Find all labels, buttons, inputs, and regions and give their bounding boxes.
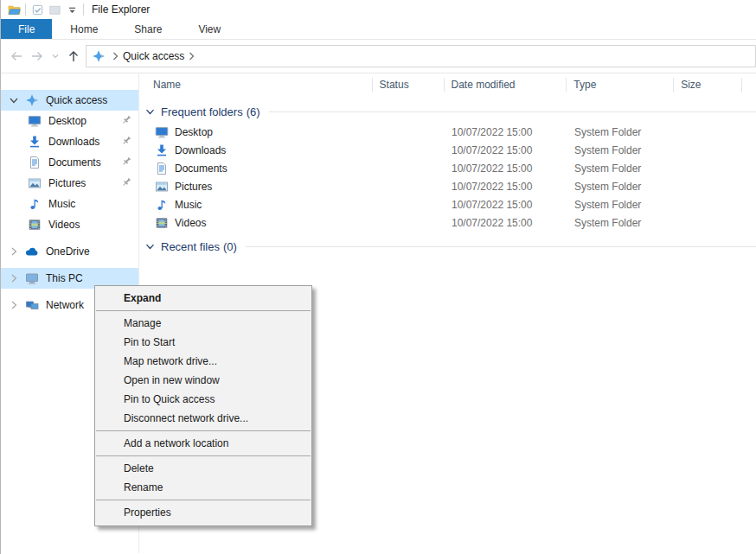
- qat-customize-icon[interactable]: [63, 2, 80, 17]
- pin-icon: [120, 114, 132, 126]
- chevron-down-icon[interactable]: [145, 107, 155, 117]
- menu-item-map-network-drive[interactable]: Map network drive...: [95, 352, 311, 371]
- sidebar-item-videos[interactable]: Videos: [1, 214, 138, 235]
- explorer-folder-icon[interactable]: [5, 2, 22, 17]
- chevron-right-icon[interactable]: [9, 300, 19, 310]
- file-row-videos[interactable]: Videos10/07/2022 15:00System Folder: [139, 213, 756, 232]
- chevron-down-icon[interactable]: [9, 95, 19, 105]
- sidebar-item-label: Desktop: [48, 115, 86, 127]
- column-header-status[interactable]: Status: [373, 78, 445, 92]
- up-icon[interactable]: [67, 49, 80, 63]
- file-row-desktop[interactable]: Desktop10/07/2022 15:00System Folder: [139, 123, 756, 141]
- address-bar[interactable]: Quick access: [86, 45, 756, 67]
- group-header-frequent-folders[interactable]: Frequent folders (6): [139, 105, 756, 118]
- menu-item-manage[interactable]: Manage: [95, 314, 311, 333]
- breadcrumb-quick-access[interactable]: Quick access: [123, 50, 184, 62]
- file-name: Music: [175, 199, 202, 211]
- menu-item-properties[interactable]: Properties: [95, 503, 311, 522]
- tab-share[interactable]: Share: [116, 19, 180, 39]
- menu-item-delete[interactable]: Delete: [95, 459, 311, 478]
- videos-icon: [28, 218, 42, 232]
- sidebar-item-label: Network: [46, 299, 84, 311]
- menu-item-pin-to-quick-access[interactable]: Pin to Quick access: [95, 390, 311, 409]
- file-name: Documents: [175, 162, 227, 175]
- pictures-icon: [155, 180, 169, 194]
- this-pc-icon: [25, 271, 39, 285]
- file-type: System Folder: [567, 181, 675, 193]
- music-icon: [28, 197, 42, 211]
- file-date-modified: 10/07/2022 15:00: [445, 162, 567, 175]
- file-type: System Folder: [567, 199, 675, 211]
- sidebar-item-downloads[interactable]: Downloads: [1, 131, 138, 152]
- sidebar-item-label: Downloads: [48, 136, 99, 148]
- pin-icon: [120, 156, 132, 168]
- menu-item-rename[interactable]: Rename: [95, 478, 311, 497]
- file-row-documents[interactable]: Documents10/07/2022 15:00System Folder: [139, 159, 756, 177]
- sidebar-item-documents[interactable]: Documents: [1, 152, 138, 173]
- tab-view[interactable]: View: [180, 19, 239, 39]
- back-icon[interactable]: [10, 49, 23, 63]
- downloads-icon: [28, 135, 42, 149]
- group-divider-line: [246, 246, 756, 247]
- onedrive-icon: [25, 245, 39, 258]
- column-header-date-modified[interactable]: Date modified: [445, 78, 567, 92]
- music-icon: [155, 198, 169, 212]
- sidebar-item-label: Quick access: [46, 94, 107, 106]
- quick-access-star-icon: [25, 93, 39, 107]
- downloads-icon: [155, 143, 169, 157]
- column-header-filler: [742, 78, 756, 92]
- file-date-modified: 10/07/2022 15:00: [445, 144, 567, 156]
- file-row-pictures[interactable]: Pictures10/07/2022 15:00System Folder: [139, 177, 756, 195]
- title-bar: File Explorer: [1, 0, 756, 19]
- group-header-recent-files[interactable]: Recent files (0): [139, 240, 756, 253]
- breadcrumb-chevron-icon[interactable]: [188, 51, 195, 61]
- group-title: Frequent folders: [161, 105, 243, 118]
- breadcrumb-chevron-icon[interactable]: [112, 51, 119, 61]
- sidebar-item-onedrive[interactable]: OneDrive: [1, 241, 138, 262]
- sidebar-item-desktop[interactable]: Desktop: [1, 111, 138, 131]
- column-header-type[interactable]: Type: [567, 78, 674, 92]
- desktop-icon: [155, 125, 169, 139]
- menu-item-expand[interactable]: Expand: [95, 289, 311, 308]
- forward-icon[interactable]: [30, 49, 44, 63]
- column-header-size[interactable]: Size: [674, 78, 742, 92]
- file-name: Desktop: [175, 126, 213, 138]
- menu-item-add-a-network-location[interactable]: Add a network location: [95, 434, 311, 453]
- desktop-icon: [28, 114, 42, 128]
- file-type: System Folder: [567, 162, 675, 175]
- sidebar-item-pictures[interactable]: Pictures: [1, 173, 138, 194]
- file-date-modified: 10/07/2022 15:00: [445, 199, 567, 211]
- menu-item-pin-to-start[interactable]: Pin to Start: [95, 333, 311, 352]
- menu-separator: [96, 500, 311, 500]
- sidebar-item-label: Videos: [48, 219, 80, 231]
- videos-icon: [155, 216, 169, 230]
- new-folder-icon[interactable]: [46, 2, 63, 17]
- chevron-down-icon[interactable]: [145, 242, 155, 252]
- pin-icon: [120, 135, 132, 147]
- chevron-right-icon[interactable]: [9, 246, 19, 257]
- sidebar-item-quick-access[interactable]: Quick access: [1, 90, 138, 111]
- file-name: Videos: [175, 217, 206, 229]
- tab-home[interactable]: Home: [52, 19, 116, 39]
- group-title: Recent files: [161, 240, 220, 253]
- frequent-folders-list: Desktop10/07/2022 15:00System FolderDown…: [139, 123, 756, 232]
- tab-file[interactable]: File: [1, 19, 52, 39]
- column-header-name[interactable]: Name: [139, 78, 373, 92]
- menu-separator: [96, 310, 311, 311]
- recent-locations-chevron-icon[interactable]: [51, 52, 60, 60]
- file-row-downloads[interactable]: Downloads10/07/2022 15:00System Folder: [139, 141, 756, 159]
- group-count: (0): [223, 240, 237, 253]
- sidebar-item-music[interactable]: Music: [1, 194, 138, 214]
- file-row-music[interactable]: Music10/07/2022 15:00System Folder: [139, 195, 756, 213]
- menu-item-disconnect-network-drive[interactable]: Disconnect network drive...: [95, 409, 311, 428]
- chevron-right-icon[interactable]: [9, 273, 19, 283]
- quick-access-star-icon: [92, 49, 106, 63]
- menu-separator: [96, 455, 311, 456]
- menu-item-open-in-new-window[interactable]: Open in new window: [95, 371, 311, 390]
- group-count: (6): [247, 105, 260, 118]
- file-type: System Folder: [567, 217, 675, 229]
- properties-check-icon[interactable]: [29, 2, 46, 17]
- sidebar-item-label: This PC: [46, 272, 83, 284]
- navigation-bar: Quick access: [1, 40, 756, 73]
- file-date-modified: 10/07/2022 15:00: [445, 181, 567, 193]
